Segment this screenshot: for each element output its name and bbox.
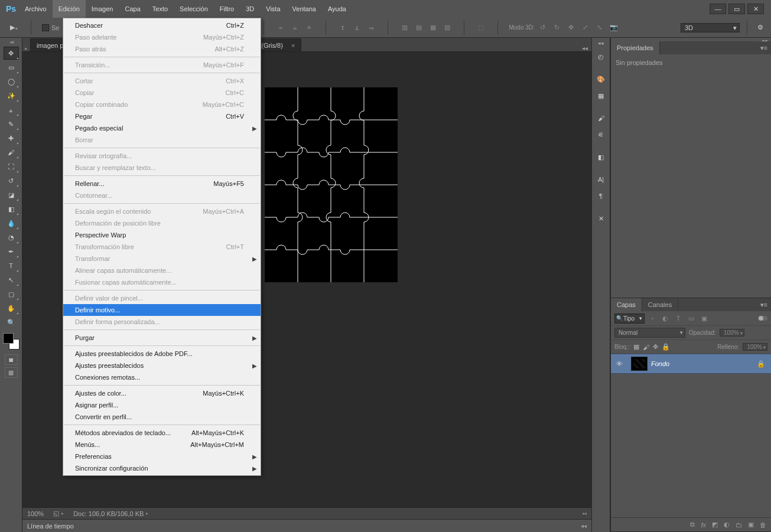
align-hcenter-icon[interactable]: ⫫ (351, 22, 363, 34)
magic-wand-tool[interactable]: ✨ (4, 89, 19, 102)
shape-tool[interactable]: ▢ (4, 288, 19, 301)
menu-item-sincronizar-configuración[interactable]: Sincronizar configuración▶ (63, 462, 261, 474)
filter-toggle[interactable] (758, 316, 767, 321)
foreground-color-swatch[interactable] (3, 333, 14, 344)
dist-3-icon[interactable]: ▦ (427, 22, 439, 34)
dist-1-icon[interactable]: ▥ (399, 22, 411, 34)
tab-capas[interactable]: Capas (611, 298, 642, 311)
hand-tool[interactable]: ✋ (4, 302, 19, 315)
delete-layer-icon[interactable]: 🗑 (760, 521, 766, 528)
filter-adjust-icon[interactable]: ◐ (660, 313, 671, 324)
menu-ayuda[interactable]: Ayuda (322, 0, 352, 18)
timeline-expand-icon[interactable]: ◂◂ (581, 523, 587, 529)
tabs-grip[interactable]: ▸ (22, 45, 30, 51)
filter-image-icon[interactable]: ▫ (647, 313, 658, 324)
menu-item-convertir-en-perfil[interactable]: Convertir en perfil... (63, 411, 261, 423)
align-left-icon[interactable]: ⫪ (337, 22, 349, 34)
screen-mode-button[interactable]: ⊞ (5, 367, 18, 378)
align-right-icon[interactable]: ⫬ (365, 22, 377, 34)
menu-item-ajustes-de-color[interactable]: Ajustes de color...Mayús+Ctrl+K (63, 387, 261, 399)
menu-item-asignar-perfil[interactable]: Asignar perfil... (63, 399, 261, 411)
new-group-icon[interactable]: 🗀 (736, 521, 742, 528)
tools-presets-panel-icon[interactable]: ✕ (593, 211, 609, 226)
pen-tool[interactable]: ✒ (4, 245, 19, 258)
menu-imagen[interactable]: Imagen (86, 0, 119, 18)
3d-orbit-icon[interactable]: ↺ (537, 22, 549, 34)
menu-vista[interactable]: Vista (260, 0, 286, 18)
menu-archivo[interactable]: Archivo (19, 0, 53, 18)
stamp-tool[interactable]: ⛶ (4, 160, 19, 173)
maximize-button[interactable]: ▭ (728, 4, 745, 14)
menu-item-menús[interactable]: Menús...Alt+Mayús+Ctrl+M (63, 439, 261, 451)
tab-propiedades[interactable]: Propiedades (611, 41, 660, 54)
layer-visibility-icon[interactable]: 👁 (611, 360, 627, 367)
autoselect-checkbox[interactable] (42, 24, 49, 31)
dodge-tool[interactable]: ◔ (4, 231, 19, 244)
brush-tool[interactable]: 🖌 (4, 146, 19, 159)
new-adjust-icon[interactable]: ◐ (724, 521, 730, 528)
menu-item-métodos-abreviados-de-teclado[interactable]: Métodos abreviados de teclado...Alt+Mayú… (63, 427, 261, 439)
tabs-collapse-icon[interactable]: ◂◂ (578, 45, 591, 51)
3d-roll-icon[interactable]: ↻ (551, 22, 563, 34)
history-panel-icon[interactable]: ◴ (593, 49, 609, 64)
align-top-icon[interactable]: ⫧ (275, 22, 287, 34)
align-bottom-icon[interactable]: ⫩ (303, 22, 315, 34)
layer-thumbnail[interactable] (631, 357, 648, 371)
lock-all-icon[interactable]: 🔒 (662, 343, 670, 351)
menu-item-pegado-especial[interactable]: Pegado especial▶ (63, 122, 261, 134)
layer-fx-icon[interactable]: fx (701, 521, 706, 528)
3d-pan-icon[interactable]: ✥ (565, 22, 577, 34)
history-brush-tool[interactable]: ↺ (4, 174, 19, 187)
marquee-tool[interactable]: ▭ (4, 61, 19, 74)
path-select-tool[interactable]: ↖ (4, 273, 19, 286)
menu-3d[interactable]: 3D (240, 0, 260, 18)
lock-pixels-icon[interactable]: ▦ (633, 343, 639, 351)
layer-name[interactable]: Fondo (651, 360, 669, 367)
brush-presets-panel-icon[interactable]: ⚟ (593, 127, 609, 142)
eyedropper-tool[interactable]: ✎ (4, 118, 19, 130)
dist-2-icon[interactable]: ▤ (413, 22, 425, 34)
menu-capa[interactable]: Capa (119, 0, 146, 18)
opacity-value[interactable]: 100% (720, 329, 744, 337)
menu-edición[interactable]: Edición (53, 0, 86, 18)
menu-item-preferencias[interactable]: Preferencias▶ (63, 451, 261, 462)
lasso-tool[interactable]: ◯ (4, 75, 19, 88)
toolbox-grip[interactable]: ◂◂ (9, 40, 13, 44)
adjustments-panel-icon[interactable]: ◧ (593, 149, 609, 165)
menu-ventana[interactable]: Ventana (287, 0, 322, 18)
quick-mask-button[interactable]: ◙ (5, 354, 18, 365)
menu-item-definir-motivo[interactable]: Definir motivo... (63, 304, 261, 316)
blur-tool[interactable]: 💧 (4, 217, 19, 230)
blend-mode-combo[interactable]: Normal (614, 328, 685, 338)
color-panel-icon[interactable]: 🎨 (593, 71, 609, 87)
menu-item-rellenar[interactable]: Rellenar...Mayús+F5 (63, 178, 261, 190)
layer-row[interactable]: 👁 Fondo 🔒 (611, 354, 771, 374)
type-tool[interactable]: T (4, 259, 19, 272)
crop-tool[interactable]: ⟁ (4, 103, 19, 116)
menu-item-deshacer[interactable]: DeshacerCtrl+Z (63, 19, 261, 31)
panel-options-icon[interactable]: ⚙ (754, 22, 766, 34)
zoom-tool[interactable]: 🔍 (4, 316, 19, 329)
dist-4-icon[interactable]: ▧ (441, 22, 453, 34)
3d-toggle-icon[interactable]: ⬚ (475, 22, 487, 34)
filter-text-icon[interactable]: T (673, 313, 684, 324)
layers-panel-menu-icon[interactable]: ▾≡ (757, 301, 771, 309)
menu-item-ajustes-preestablecidos[interactable]: Ajustes preestablecidos▶ (63, 360, 261, 371)
close-button[interactable]: ✕ (747, 4, 764, 14)
menu-texto[interactable]: Texto (147, 0, 174, 18)
move-tool[interactable]: ✥ (4, 47, 19, 60)
menu-item-conexiones-remotas[interactable]: Conexiones remotas... (63, 371, 261, 383)
3d-slide-icon[interactable]: ⤢ (580, 22, 591, 34)
3d-camera-icon[interactable]: 📷 (608, 22, 620, 34)
menu-item-purgar[interactable]: Purgar▶ (63, 332, 261, 344)
tab-close-icon[interactable]: × (291, 42, 295, 49)
fill-value[interactable]: 100% (743, 343, 767, 351)
tab-canales[interactable]: Canales (642, 298, 678, 311)
new-layer-icon[interactable]: ▣ (748, 521, 754, 528)
filter-smart-icon[interactable]: ▣ (699, 313, 710, 324)
menu-item-ajustes-preestablecidos-de-adobe-pdf[interactable]: Ajustes preestablecidos de Adobe PDF... (63, 348, 261, 360)
minimize-button[interactable]: — (710, 4, 726, 14)
lock-brush-icon[interactable]: 🖌 (643, 344, 649, 351)
expand-panels-icon[interactable]: ◂◂ (598, 40, 604, 46)
swatches-panel-icon[interactable]: ▦ (593, 88, 609, 103)
